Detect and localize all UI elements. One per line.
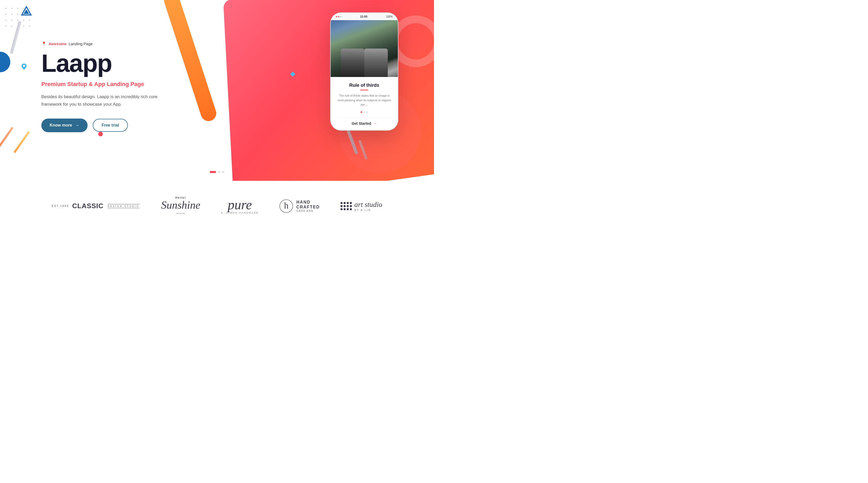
shoe-right	[364, 49, 388, 77]
shoe-left	[341, 49, 364, 77]
know-more-button[interactable]: Know more →	[41, 119, 88, 132]
scroll-dot-3	[222, 171, 224, 173]
pin-icon: 📍	[41, 41, 46, 46]
hero-section: 📍 Awesome Landing Page Laapp Premium Sta…	[0, 0, 434, 181]
phone-cta[interactable]: Get Started →	[337, 118, 392, 126]
navigation: Home About Product Pricing Contact	[0, 0, 434, 23]
logo-hand-text: HAND	[296, 200, 319, 204]
phone-card-title: Rule of thirds	[337, 83, 392, 88]
phone-dots-indicator	[337, 111, 392, 113]
hero-content: 📍 Awesome Landing Page Laapp Premium Sta…	[0, 0, 176, 153]
logo-pure-sub: S. JAMES HANDMADE	[221, 212, 258, 214]
indicator-3	[366, 111, 368, 113]
logo-classic-name: CLASSIC	[72, 202, 103, 210]
phone-photo-sim	[331, 20, 398, 77]
logo-classic-sub: DESIGN STUDIO	[108, 204, 140, 208]
scroll-dot-2	[218, 171, 220, 173]
hero-title: Laapp	[41, 51, 176, 76]
svg-text:h: h	[284, 201, 288, 210]
logo-crafted-text: CRAFTED	[296, 204, 319, 210]
know-more-label: Know more	[50, 123, 72, 128]
arrow-icon: →	[75, 123, 79, 128]
logo-classic-est: EST.1999	[52, 204, 69, 207]
free-trial-button[interactable]: Free trial	[93, 119, 128, 132]
phone-card-content: Rule of thirds The rule of thirds states…	[331, 77, 398, 130]
phone-card-line	[361, 90, 368, 90]
phone-cta-label: Get Started	[351, 121, 371, 126]
logo-pure-name: pure	[221, 198, 258, 212]
free-trial-label: Free trial	[101, 123, 119, 127]
art-dots-pattern	[340, 202, 352, 210]
logo-classic: EST.1999 CLASSIC DESIGN STUDIO	[52, 202, 141, 210]
scroll-indicator	[210, 171, 224, 173]
logo-art-name: art studio	[354, 200, 382, 209]
logo-sara-text: SARA ANN	[296, 210, 319, 212]
phone-mockup: 12:00 100% Rule of thirds The rule of t	[331, 13, 398, 130]
badge-text: Landing Page	[69, 41, 93, 46]
logo-sunshine-hello: Hello!	[161, 196, 200, 199]
logo-handcrafted: h HAND CRAFTED SARA ANN	[279, 199, 319, 213]
logo-artstudio: art studio BY A.LIN	[340, 200, 382, 212]
hero-buttons: Know more → Free trial	[41, 119, 176, 132]
indicator-2	[364, 111, 365, 113]
hero-badge: 📍 Awesome Landing Page	[41, 41, 176, 46]
phone-image	[331, 20, 398, 77]
logo[interactable]	[21, 6, 32, 17]
logo-sunshine: Hello! Sunshine ~~~	[161, 196, 200, 216]
logo-art-sub: BY A.LIN	[354, 209, 382, 212]
hero-subtitle: Premium Startup & App Landing Page	[41, 81, 176, 88]
logos-section: EST.1999 CLASSIC DESIGN STUDIO Hello! Su…	[0, 181, 434, 231]
phone-outer: 12:00 100% Rule of thirds The rule of t	[331, 13, 398, 130]
logo-pure: pure S. JAMES HANDMADE	[221, 198, 258, 214]
phone-cta-arrow: →	[373, 121, 377, 126]
scroll-dot-1	[210, 171, 216, 173]
logo-sunshine-name: Sunshine	[161, 199, 200, 211]
phone-card-text: The rule of thirds states that an image …	[337, 94, 392, 107]
indicator-1	[361, 111, 362, 113]
hero-description: Besides its beautiful design. Laapp is a…	[41, 93, 170, 108]
badge-awesome: Awesome	[49, 41, 67, 46]
